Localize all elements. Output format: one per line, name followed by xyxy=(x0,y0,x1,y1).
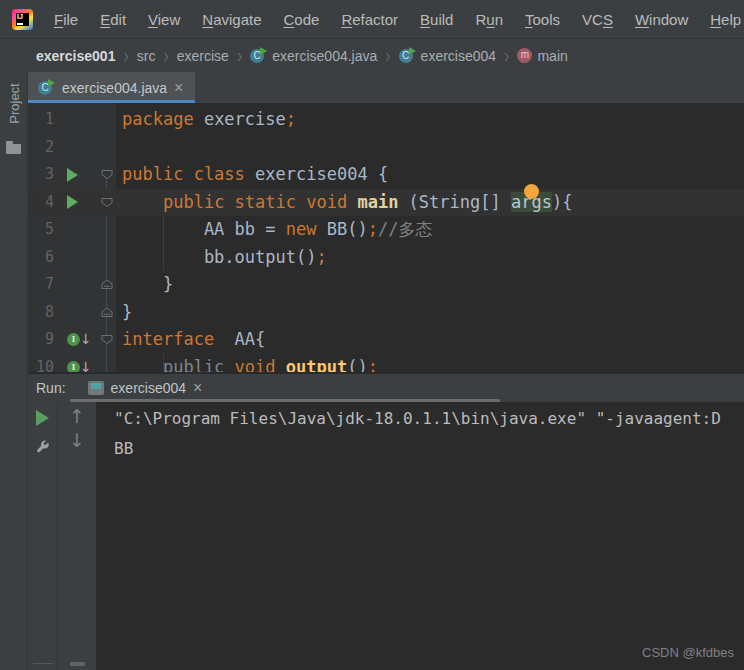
down-arrow-icon: ↓ xyxy=(80,333,92,346)
class-icon xyxy=(38,79,55,96)
fold-zone xyxy=(98,244,116,272)
code-line: 4 public static void main (String[] args… xyxy=(28,189,744,217)
breadcrumb-separator: › xyxy=(155,44,176,67)
breadcrumb-item-exercise001[interactable]: exercise001 xyxy=(36,48,115,64)
menu-view[interactable]: View xyxy=(137,6,191,33)
fold-zone xyxy=(98,106,116,134)
code-text: AA bb = new BB();//多态 xyxy=(116,216,432,244)
menu-bar: FileEditViewNavigateCodeRefactorBuildRun… xyxy=(0,0,744,38)
menu-refactor[interactable]: Refactor xyxy=(330,6,409,33)
menu-code[interactable]: Code xyxy=(273,6,331,33)
class-icon xyxy=(399,47,416,64)
code-text: interface AA{ xyxy=(116,326,265,354)
breadcrumb-label: main xyxy=(537,48,567,64)
run-line-button[interactable] xyxy=(67,195,78,209)
run-badge-icon xyxy=(260,47,267,55)
token: interface xyxy=(122,329,235,349)
watermark: CSDN @kfdbes xyxy=(642,645,734,660)
token: args xyxy=(511,192,552,212)
line-number[interactable]: 6 xyxy=(28,244,54,272)
token: exercise004 { xyxy=(255,164,388,184)
gutter-icons: ↓ xyxy=(54,326,98,354)
code-text: bb.output(); xyxy=(116,244,327,272)
settings-wrench-icon[interactable] xyxy=(35,439,51,455)
line-number[interactable]: 2 xyxy=(28,134,54,162)
line-number[interactable]: 3 xyxy=(28,161,54,189)
project-tool-button[interactable]: Project xyxy=(0,72,28,670)
console-output[interactable]: "C:\Program Files\Java\jdk-18.0.1.1\bin\… xyxy=(96,402,744,670)
menu-vcs[interactable]: VCS xyxy=(571,6,624,33)
menu-tools[interactable]: Tools xyxy=(514,6,571,33)
fold-zone xyxy=(98,134,116,162)
line-number[interactable]: 4 xyxy=(28,189,54,217)
fold-marker[interactable] xyxy=(98,189,116,217)
editor-tab[interactable]: exercise004.java × xyxy=(28,72,195,103)
run-tab-label: exercise004 xyxy=(111,380,187,396)
line-number[interactable]: 7 xyxy=(28,271,54,299)
menu-build[interactable]: Build xyxy=(409,6,464,33)
method-icon xyxy=(517,48,532,63)
token: public class xyxy=(122,164,255,184)
toolbar-divider xyxy=(33,663,53,664)
fold-marker[interactable] xyxy=(98,326,116,354)
up-arrow-button[interactable]: ↑ xyxy=(69,404,85,428)
run-content-tab[interactable]: exercise004 × xyxy=(88,380,203,396)
menu-help[interactable]: Help xyxy=(699,6,744,33)
breadcrumb-item-src[interactable]: src xyxy=(137,48,156,64)
line-number[interactable]: 10 xyxy=(28,354,54,372)
implemented-marker-icon[interactable]: ↓ xyxy=(67,361,92,372)
token: ){ xyxy=(552,192,572,212)
gutter-icons xyxy=(54,106,98,134)
code-text: } xyxy=(116,271,173,299)
token: //多态 xyxy=(378,219,432,239)
fold-marker[interactable] xyxy=(98,299,116,327)
breadcrumb-item-exercise004-java[interactable]: exercise004.java xyxy=(250,47,377,64)
line-number[interactable]: 1 xyxy=(28,106,54,134)
code-line: 7 } xyxy=(28,271,744,299)
code-line: 9↓interface AA{ xyxy=(28,326,744,354)
breadcrumb-item-exercise[interactable]: exercise xyxy=(177,48,229,64)
code-line: 2 xyxy=(28,134,744,162)
collapse-icon[interactable] xyxy=(70,662,85,666)
tab-close-button[interactable]: × xyxy=(174,81,183,95)
gutter-icons xyxy=(54,134,98,162)
run-tab-close-button[interactable]: × xyxy=(193,381,202,395)
rerun-button[interactable] xyxy=(36,410,49,426)
breadcrumb-separator: › xyxy=(115,44,136,67)
fold-zone xyxy=(98,354,116,372)
token: public xyxy=(122,357,235,372)
code-editor[interactable]: 1package exercise;23public class exercis… xyxy=(28,103,744,372)
menu-run[interactable]: Run xyxy=(464,6,514,33)
gutter-icons xyxy=(54,299,98,327)
implemented-marker-icon[interactable]: ↓ xyxy=(67,333,92,346)
run-line-button[interactable] xyxy=(67,168,78,182)
fold-marker[interactable] xyxy=(98,271,116,299)
menu-file[interactable]: File xyxy=(43,6,89,33)
breadcrumb-item-exercise004[interactable]: exercise004 xyxy=(399,47,497,64)
gutter-icons xyxy=(54,161,98,189)
menu-edit[interactable]: Edit xyxy=(89,6,137,33)
token: output xyxy=(286,357,347,372)
code-text: package exercise; xyxy=(116,106,296,134)
code-line: 10↓ public void output(); xyxy=(28,354,744,372)
folder-icon xyxy=(6,144,21,154)
token: void xyxy=(235,357,286,372)
breadcrumb-item-main[interactable]: main xyxy=(517,48,567,64)
intention-bulb-icon[interactable] xyxy=(524,184,539,199)
code-line: 1package exercise; xyxy=(28,106,744,134)
console-area: ↑ ↓ "C:\Program Files\Java\jdk-18.0.1.1\… xyxy=(28,402,744,670)
menu-navigate[interactable]: Navigate xyxy=(191,6,272,33)
line-number[interactable]: 5 xyxy=(28,216,54,244)
fold-marker[interactable] xyxy=(98,161,116,189)
line-number[interactable]: 9 xyxy=(28,326,54,354)
token: ; xyxy=(316,247,326,267)
breadcrumb-label: exercise004 xyxy=(421,48,497,64)
down-arrow-button[interactable]: ↓ xyxy=(69,428,85,452)
menu-items: FileEditViewNavigateCodeRefactorBuildRun… xyxy=(43,6,744,33)
code-line: 8} xyxy=(28,299,744,327)
code-text: public static void main (String[] args){ xyxy=(116,189,572,217)
line-number[interactable]: 8 xyxy=(28,299,54,327)
menu-window[interactable]: Window xyxy=(624,6,699,33)
code-line: 3public class exercise004 { xyxy=(28,161,744,189)
code-text xyxy=(116,134,122,162)
